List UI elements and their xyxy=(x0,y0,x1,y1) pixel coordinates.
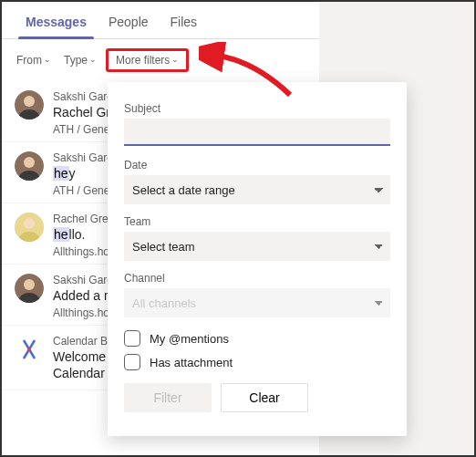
team-select[interactable]: Select team xyxy=(124,232,390,261)
subject-input[interactable] xyxy=(124,119,390,146)
checkbox-icon xyxy=(124,354,140,370)
mentions-checkbox-row[interactable]: My @mentions xyxy=(124,330,390,347)
channel-select: All channels xyxy=(124,288,390,317)
panel-buttons: Filter Clear xyxy=(124,383,390,412)
more-filters-label: More filters xyxy=(116,54,170,67)
channel-label: Channel xyxy=(124,272,390,285)
attachment-checkbox-row[interactable]: Has attachment xyxy=(124,354,390,370)
date-label: Date xyxy=(124,159,390,171)
attachment-label: Has attachment xyxy=(150,356,233,369)
more-filters-button[interactable]: More filters ⌄ xyxy=(106,48,189,72)
clear-button[interactable]: Clear xyxy=(221,383,308,412)
subject-label: Subject xyxy=(124,102,390,115)
date-select[interactable]: Select a date range xyxy=(124,175,390,204)
chevron-down-icon: ⌄ xyxy=(171,55,179,64)
filter-button[interactable]: Filter xyxy=(124,383,212,412)
mentions-label: My @mentions xyxy=(150,332,229,346)
team-label: Team xyxy=(124,215,390,228)
more-filters-panel: Subject Date Select a date range Team Se… xyxy=(108,82,407,436)
checkbox-icon xyxy=(124,330,140,347)
